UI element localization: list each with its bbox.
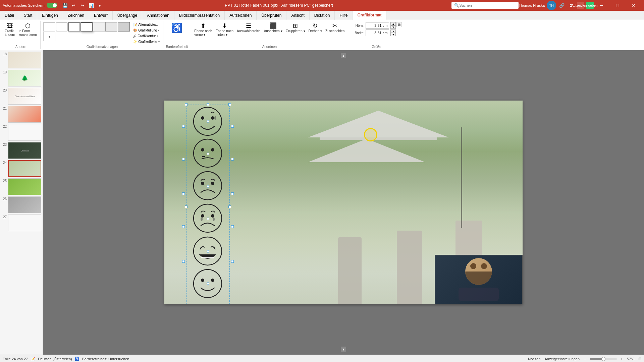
preset-2[interactable]: [56, 22, 68, 32]
auswahlbereich-button[interactable]: ☰ Auswahlbereich: [235, 22, 262, 34]
grafikfullung-button[interactable]: 🎨 Grafikfüllung ▾: [132, 28, 161, 33]
preset-5[interactable]: [93, 22, 105, 32]
slide-thumb-20[interactable]: 20 Objekte auswählen: [1, 88, 41, 105]
height-input[interactable]: [366, 22, 389, 29]
slide-img-25[interactable]: [8, 178, 41, 195]
width-input[interactable]: [366, 29, 389, 36]
slide-img-22[interactable]: [8, 124, 41, 141]
undo-button[interactable]: ↩: [70, 2, 77, 9]
user-avatar[interactable]: TH: [547, 1, 556, 10]
center-handle-4[interactable]: [207, 218, 209, 220]
center-handle-6[interactable]: [207, 282, 209, 285]
slide-img-21[interactable]: [8, 106, 41, 123]
redo-button[interactable]: ↪: [79, 2, 86, 9]
handle-r4[interactable]: [231, 225, 234, 228]
slide-thumb-26[interactable]: 26: [1, 196, 41, 213]
center-handle-5[interactable]: [207, 250, 209, 253]
slide-thumb-27[interactable]: 27: [1, 215, 41, 231]
expand-presets[interactable]: ▾: [43, 32, 55, 41]
search-input[interactable]: [459, 3, 516, 7]
slide-thumb-22[interactable]: 22: [1, 124, 41, 141]
preset-3[interactable]: [68, 22, 80, 32]
size-expand[interactable]: ⊞: [396, 22, 402, 27]
notizen-button[interactable]: Notizen: [528, 357, 540, 361]
tab-dictation[interactable]: Dictation: [310, 11, 335, 20]
grafik-andern-button[interactable]: 🖼 Grafikändern: [3, 22, 16, 37]
barrierefreiheit-button[interactable]: ♿: [168, 22, 185, 34]
height-up[interactable]: ▲: [390, 22, 396, 25]
ebene-vorne-button[interactable]: ⬆ Ebene nachvorne ▾: [193, 22, 213, 37]
tab-entwurf[interactable]: Entwurf: [89, 11, 113, 20]
preset-7[interactable]: [118, 22, 130, 32]
center-handle-3[interactable]: [207, 185, 209, 188]
slide-thumb-21[interactable]: 21: [1, 106, 41, 123]
tab-ubergange[interactable]: Übergänge: [113, 11, 142, 20]
ausrichten-button[interactable]: ⬛ Ausrichten ▾: [263, 22, 284, 34]
zoom-in[interactable]: +: [621, 357, 623, 361]
slide-canvas[interactable]: ⟳: [164, 101, 523, 304]
drehen-button[interactable]: ↻ Drehen ▾: [307, 22, 324, 34]
tab-grafikformat[interactable]: Grafikformat: [353, 11, 386, 20]
grafikeffekte-button[interactable]: ✨ Grafikeffekte ▾: [132, 39, 161, 44]
scroll-up[interactable]: ▲: [341, 53, 346, 58]
zuschneiden-button[interactable]: ✂ Zuschneiden: [324, 22, 346, 34]
width-down[interactable]: ▼: [390, 33, 396, 36]
share-icon[interactable]: 🔗: [558, 2, 566, 9]
handle-side-2[interactable]: [182, 158, 185, 161]
search-box[interactable]: 🔍: [451, 2, 519, 9]
zoom-slider[interactable]: [590, 358, 617, 360]
preset-4[interactable]: [80, 22, 93, 32]
language-indicator[interactable]: Deutsch (Österreich): [38, 357, 72, 361]
tab-uberprufen[interactable]: Überprüfen: [257, 11, 286, 20]
maximize-button[interactable]: □: [610, 0, 625, 11]
preset-1[interactable]: [43, 22, 55, 32]
minimize-button[interactable]: ─: [594, 0, 609, 11]
tab-datei[interactable]: Datei: [0, 11, 19, 20]
tab-einfugen[interactable]: Einfügen: [37, 11, 63, 20]
handle-r3[interactable]: [231, 192, 234, 195]
presentation-button[interactable]: 📊: [88, 2, 95, 9]
alternativtext-button[interactable]: 📝 Alternativtext: [132, 22, 161, 27]
scroll-down[interactable]: ▼: [341, 347, 346, 352]
anzeige-button[interactable]: Anzeigeeinstellungen: [545, 357, 580, 361]
slide-img-18[interactable]: [8, 52, 41, 68]
slide-img-19[interactable]: 🌲: [8, 70, 41, 86]
autosave-toggle[interactable]: [47, 3, 57, 8]
ebene-hinten-button[interactable]: ⬇ Ebene nachhinten ▾: [214, 22, 235, 37]
slide-thumb-18[interactable]: 18: [1, 52, 41, 68]
tab-zeichnen[interactable]: Zeichnen: [63, 11, 89, 20]
slide-img-23[interactable]: Objekte: [8, 142, 41, 159]
emoji-selection-container[interactable]: ⟳: [186, 105, 230, 304]
freigeben-button[interactable]: Freigeben: [586, 2, 594, 9]
accessibility-status[interactable]: Barrierefreiheit: Untersuchen: [82, 357, 129, 361]
gruppieren-button[interactable]: ⊞ Gruppieren ▾: [284, 22, 307, 34]
fit-page[interactable]: ⊞: [638, 357, 641, 361]
tab-ansicht[interactable]: Ansicht: [286, 11, 309, 20]
tab-animationen[interactable]: Animationen: [142, 11, 174, 20]
preset-6[interactable]: [105, 22, 117, 32]
slide-thumb-23[interactable]: 23 Objekte: [1, 142, 41, 159]
width-up[interactable]: ▲: [390, 29, 396, 33]
slide-thumb-19[interactable]: 19 🌲: [1, 70, 41, 86]
handle-side-1[interactable]: [182, 125, 185, 128]
more-button[interactable]: ▾: [96, 2, 104, 9]
slide-img-24[interactable]: [8, 160, 41, 177]
height-down[interactable]: ▼: [390, 25, 396, 29]
canvas-area[interactable]: ▲: [43, 50, 644, 355]
close-button[interactable]: ✕: [626, 0, 641, 11]
zoom-out[interactable]: −: [584, 357, 586, 361]
tab-hilfe[interactable]: Hilfe: [335, 11, 353, 20]
slide-thumb-25[interactable]: 25: [1, 178, 41, 195]
slide-img-26[interactable]: [8, 196, 41, 213]
center-handle-1[interactable]: [207, 120, 209, 123]
tab-start[interactable]: Start: [19, 11, 37, 20]
tab-aufzeichnen[interactable]: Aufzeichnen: [225, 11, 257, 20]
handle-r1[interactable]: [231, 125, 234, 128]
handle-side-5[interactable]: [182, 260, 185, 263]
tab-bildschirm[interactable]: Bildschirmpräsentation: [174, 11, 225, 20]
center-handle-2[interactable]: [207, 153, 209, 155]
handle-side-3[interactable]: [182, 192, 185, 195]
save-button[interactable]: 💾: [61, 2, 69, 9]
slide-thumb-24[interactable]: 24: [1, 160, 41, 177]
slide-img-20[interactable]: Objekte auswählen: [8, 88, 41, 105]
